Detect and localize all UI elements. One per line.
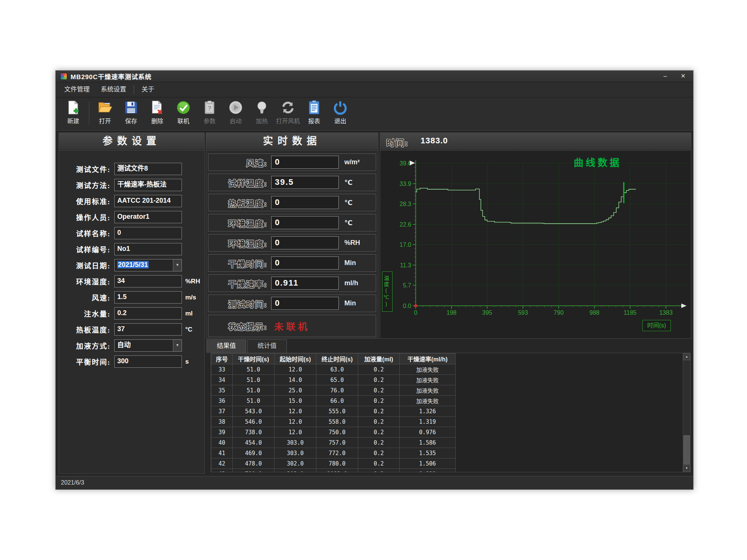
toolbar-button-label: 保存 [125, 116, 137, 125]
param-unit: m/s [185, 294, 196, 301]
chevron-down-icon[interactable]: ▾ [173, 340, 182, 351]
x-tick-label: 988 [589, 309, 599, 316]
report-icon [307, 100, 322, 115]
table-cell: 12.0 [275, 406, 316, 417]
param-label: 测试文件: [59, 164, 111, 174]
toolbar-button[interactable]: 新建 [60, 100, 86, 125]
table-cell: 51.0 [233, 385, 275, 396]
table-cell: 0.911 [400, 469, 456, 473]
param-label: 测试方法: [59, 180, 111, 190]
param-label: 操作人员: [59, 212, 111, 222]
toolbar-button: 启动 [223, 100, 249, 125]
realtime-unit: Min [344, 299, 356, 307]
table-cell: 41 [211, 448, 233, 458]
column-header: 终止时间(s) [316, 354, 358, 364]
table-cell: 33 [211, 364, 233, 375]
close-button[interactable]: ✕ [675, 71, 692, 82]
toolbar-button[interactable]: 打开 [92, 100, 118, 125]
new-file-icon [66, 100, 81, 115]
realtime-label: 测试时间: [208, 298, 267, 309]
param-unit: %RH [185, 278, 200, 285]
menu-item-2[interactable]: 系统设置 [95, 82, 132, 97]
column-header: 序号 [211, 354, 233, 364]
y-tick-label: 17.0 [400, 242, 411, 248]
y-tick-label: 22.6 [400, 221, 411, 228]
toolbar-button[interactable]: 报表 [301, 100, 327, 125]
tab-统计值[interactable]: 统计值 [247, 339, 287, 353]
x-tick-label: 0 [414, 309, 418, 316]
toolbar-button-label: 加热 [256, 116, 268, 125]
toolbar-button-label: 退出 [334, 116, 346, 125]
table-cell: 0.2 [358, 469, 400, 473]
toolbar-button-label: 参数 [204, 116, 216, 125]
chart-panel: 时间: 1383.0 39.633.928.322.617.011.35.70.… [380, 133, 691, 339]
toolbar-button-label: 打开风机 [276, 116, 300, 125]
param-label: 试样名称: [59, 228, 111, 238]
table-row[interactable]: 3451.014.065.00.2加液失败 [211, 375, 456, 385]
toolbar-button[interactable]: 保存 [118, 100, 144, 125]
toolbar-button[interactable]: 联机 [170, 100, 196, 125]
table-row[interactable]: 42478.0302.0780.00.21.506 [211, 458, 456, 469]
menu-item-1[interactable]: 文件管理 [59, 82, 95, 97]
chart-time-value: 1383.0 [421, 136, 448, 146]
param-input[interactable]: 0 [114, 227, 182, 239]
realtime-panel-title: 实时数据 [206, 133, 378, 150]
scrollbar-thumb[interactable] [684, 435, 690, 464]
param-input[interactable]: 1.5 [114, 291, 182, 304]
param-field-row: 测试日期:2021/5/31▾ [59, 257, 204, 273]
param-input[interactable]: Operator1 [114, 211, 182, 223]
table-row[interactable]: 43790.0303.01093.00.20.911 [211, 469, 456, 473]
toolbar-button[interactable]: 删除 [144, 100, 170, 125]
param-combo[interactable]: 2021/5/31▾ [114, 259, 182, 271]
x-axis-label[interactable]: 时间(s) [642, 320, 671, 331]
x-tick-label: 593 [518, 309, 528, 316]
param-input[interactable]: 0.2 [114, 307, 182, 320]
table-row[interactable]: 38546.012.0558.00.21.319 [211, 417, 456, 427]
table-cell: 42 [211, 458, 233, 469]
menu-item-3[interactable]: 关于 [136, 82, 160, 97]
param-input[interactable]: No1 [114, 243, 182, 255]
chart-header: 时间: 1383.0 [380, 133, 691, 150]
column-header: 干燥时间(s) [233, 354, 275, 364]
results-header-row: 序号干燥时间(s)起始时间(s)终止时间(s)加液量(ml)干燥速率(ml/h) [211, 354, 456, 364]
tab-结果值[interactable]: 结果值 [207, 339, 246, 353]
param-field-row: 试样名称:0 [59, 225, 204, 241]
table-cell: 加液失败 [400, 396, 456, 406]
param-input[interactable]: 300 [114, 355, 182, 368]
param-combo[interactable]: 自动▾ [114, 339, 182, 352]
exit-icon [333, 100, 348, 115]
param-input[interactable]: AATCC 201-2014 [114, 195, 182, 207]
realtime-value: 0 [271, 196, 339, 209]
table-cell: 780.0 [316, 458, 358, 469]
table-row[interactable]: 41469.0303.0772.00.21.535 [211, 448, 456, 458]
table-row[interactable]: 40454.0303.0757.00.21.586 [211, 438, 456, 448]
vertical-scrollbar[interactable]: ▲ ▼ [683, 353, 691, 472]
param-input[interactable]: 34 [114, 275, 182, 287]
realtime-rows: 风速:0w/m²试样温度:39.5℃热板温度:0℃环境温度:0℃环境湿度:0%R… [206, 150, 378, 338]
param-field-row: 平衡时间:300s [59, 354, 204, 370]
table-cell: 65.0 [316, 375, 358, 385]
toolbar-separator [89, 101, 89, 125]
table-cell: 1.326 [400, 406, 456, 417]
table-row[interactable]: 3351.012.063.00.2加液失败 [211, 364, 456, 375]
exit-button[interactable]: 退出 [327, 100, 353, 125]
scroll-down-icon[interactable]: ▼ [683, 465, 690, 472]
table-cell: 546.0 [233, 417, 275, 427]
table-row[interactable]: 3551.025.076.00.2加液失败 [211, 385, 456, 396]
realtime-data-panel: 实时数据 风速:0w/m²试样温度:39.5℃热板温度:0℃环境温度:0℃环境湿… [206, 133, 378, 339]
table-row[interactable]: 3651.015.066.00.2加液失败 [211, 396, 456, 406]
minimize-button[interactable]: – [657, 71, 674, 82]
table-cell: 36 [211, 396, 233, 406]
scroll-up-icon[interactable]: ▲ [683, 353, 690, 360]
param-input[interactable]: 干燥速率-热板法 [114, 179, 182, 191]
table-row[interactable]: 39738.012.0750.00.20.976 [211, 427, 456, 438]
title-bar[interactable]: MB290C干燥速率测试系统 – ✕ [56, 71, 693, 82]
param-input[interactable]: 测试文件8 [114, 163, 182, 175]
chevron-down-icon[interactable]: ▾ [173, 259, 182, 271]
param-input[interactable]: 37 [114, 323, 182, 336]
param-label: 环境湿度: [59, 276, 111, 286]
table-row[interactable]: 37543.012.0555.00.21.326 [211, 406, 456, 417]
realtime-label: 试样温度: [208, 177, 267, 189]
table-cell: 1093.0 [316, 469, 358, 473]
temperature-curve [416, 188, 636, 224]
